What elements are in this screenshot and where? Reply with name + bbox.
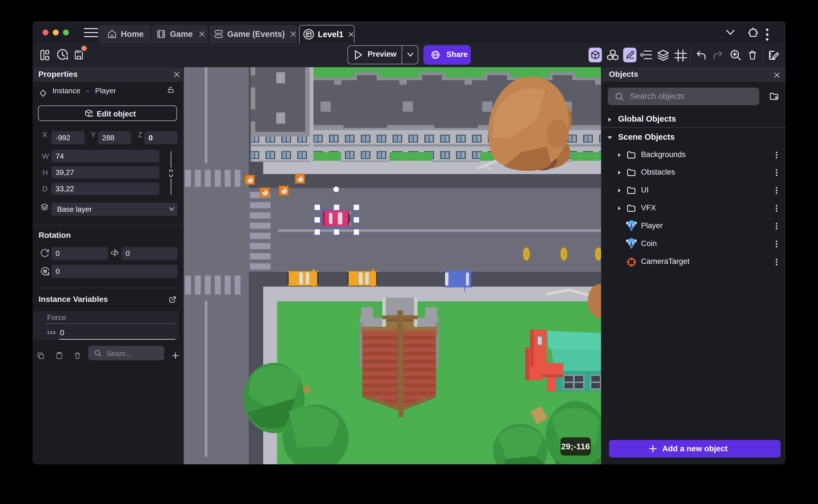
svg-text:29;-116: 29;-116 [561, 442, 590, 451]
svg-text:3D: 3D [90, 115, 93, 117]
